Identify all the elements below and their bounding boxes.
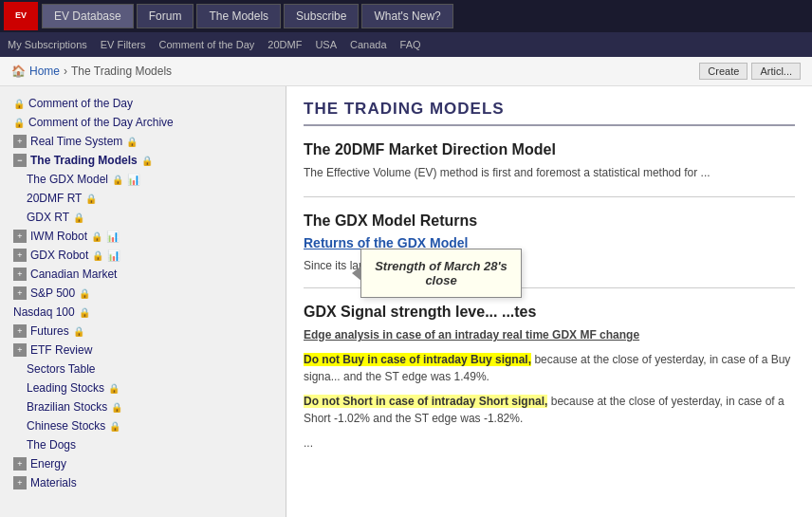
main-content: THE TRADING MODELS The 20DMF Market Dire… — [286, 86, 812, 517]
sidebar-label: Chinese Stocks — [27, 419, 105, 433]
sidebar-label: Energy — [30, 457, 66, 471]
sidebar-label: Brazilian Stocks — [27, 400, 107, 414]
do-not-short-line: Do not Short in case of intraday Short s… — [304, 393, 795, 427]
ellipsis-text: ... — [304, 434, 795, 452]
sidebar-label: IWM Robot — [30, 230, 87, 243]
expand-icon: + — [13, 343, 27, 357]
lock-icon: 🔒 — [13, 118, 25, 128]
subnav-comment-of-day[interactable]: Comment of the Day — [158, 39, 254, 50]
section-gdx-returns: The GDX Model Returns Returns of the GDX… — [304, 212, 795, 272]
nav-subscribe[interactable]: Subscribe — [284, 4, 359, 28]
logo: EV — [4, 2, 38, 30]
sidebar-item-trading-models[interactable]: − The Trading Models 🔒 — [0, 151, 286, 170]
sidebar-label: The Dogs — [27, 438, 76, 452]
sidebar-label: 20DMF RT — [27, 192, 82, 205]
lock-icon: 🔒 — [79, 288, 90, 299]
subnav-usa[interactable]: USA — [315, 39, 337, 50]
sidebar-item-gdx-robot[interactable]: + GDX Robot 🔒 📊 — [0, 246, 286, 265]
sidebar-item-etf-review[interactable]: + ETF Review — [0, 341, 286, 360]
subnav-my-subscriptions[interactable]: My Subscriptions — [8, 39, 87, 50]
nav-whats-new[interactable]: What's New? — [361, 4, 452, 28]
nav-ev-database[interactable]: EV Database — [42, 4, 134, 28]
callout-tooltip: Strength of March 28's close — [360, 249, 522, 298]
sidebar-item-real-time[interactable]: + Real Time System 🔒 — [0, 132, 286, 151]
section-20dmf: The 20DMF Market Direction Model The Eff… — [304, 141, 795, 181]
sidebar-item-iwm-robot[interactable]: + IWM Robot 🔒 📊 — [0, 227, 286, 246]
subnav-faq[interactable]: FAQ — [400, 39, 421, 50]
nav-models[interactable]: The Models — [196, 4, 281, 28]
lock-icon: 🔒 — [73, 326, 84, 337]
section-signal-heading: GDX Signal strength leve... ...tes — [304, 304, 795, 321]
sidebar-label: Futures — [30, 324, 69, 338]
sidebar-label: GDX Robot — [30, 249, 88, 262]
sidebar-item-materials[interactable]: + Materials — [0, 473, 286, 492]
divider1 — [304, 196, 795, 197]
sidebar-item-nasdaq100[interactable]: Nasdaq 100 🔒 — [0, 303, 286, 322]
main-layout: 🔒 Comment of the Day 🔒 Comment of the Da… — [0, 86, 812, 517]
sidebar-item-sp500[interactable]: + S&P 500 🔒 — [0, 284, 286, 303]
do-not-short-highlight: Do not Short in case of intraday Short s… — [304, 395, 547, 408]
chart-icon: 📊 — [127, 174, 140, 186]
sidebar-label: Comment of the Day Archive — [28, 116, 174, 129]
sidebar-item-brazilian-stocks[interactable]: Brazilian Stocks 🔒 — [0, 397, 286, 416]
breadcrumb-home[interactable]: Home — [29, 65, 60, 78]
subnav-ev-filters[interactable]: EV Filters — [101, 39, 146, 50]
sidebar-item-sectors-table[interactable]: Sectors Table — [0, 360, 286, 379]
lock-icon: 🔒 — [13, 99, 25, 109]
sidebar-item-comment-archive[interactable]: 🔒 Comment of the Day Archive — [0, 113, 286, 132]
sidebar-label: Materials — [30, 476, 77, 489]
chart-icon: 📊 — [106, 231, 120, 243]
create-button[interactable]: Create — [699, 63, 747, 80]
sidebar-label: The GDX Model — [27, 173, 108, 186]
lock-icon: 🔒 — [91, 231, 102, 242]
lock-icon: 🔒 — [73, 212, 84, 223]
home-icon: 🏠 — [11, 65, 26, 78]
sidebar-label: ETF Review — [30, 343, 92, 357]
lock-icon: 🔒 — [111, 402, 122, 413]
section-20dmf-text: The Effective Volume (EV) method is firs… — [304, 164, 795, 181]
logo-text: EV — [15, 11, 27, 21]
expand-icon: + — [13, 230, 27, 243]
section-gdx-signal: GDX Signal strength leve... ...tes Edge … — [304, 304, 795, 452]
expand-icon: + — [13, 476, 27, 489]
sidebar-label: The Trading Models — [30, 154, 138, 167]
lock-icon: 🔒 — [109, 421, 120, 432]
article-button[interactable]: Articl... — [751, 63, 801, 80]
lock-icon: 🔒 — [141, 156, 153, 166]
do-not-buy-line: Do not Buy in case of intraday Buy signa… — [304, 351, 795, 385]
nav-forum[interactable]: Forum — [137, 4, 194, 28]
sidebar-item-comment-of-day[interactable]: 🔒 Comment of the Day — [0, 94, 286, 113]
sidebar-item-canadian-market[interactable]: + Canadian Market — [0, 265, 286, 284]
lock-icon: 🔒 — [85, 194, 97, 204]
sidebar-item-gdx-model[interactable]: The GDX Model 🔒 📊 — [0, 170, 286, 189]
expand-icon: + — [13, 324, 27, 338]
sidebar-item-chinese-stocks[interactable]: Chinese Stocks 🔒 — [0, 416, 286, 435]
chart-icon: 📊 — [107, 249, 120, 262]
expand-icon: + — [13, 286, 27, 300]
subnav-canada[interactable]: Canada — [350, 39, 387, 50]
lock-icon: 🔒 — [108, 383, 120, 394]
sidebar-item-the-dogs[interactable]: The Dogs — [0, 435, 286, 454]
expand-icon: + — [13, 268, 27, 281]
sidebar-item-gdx-rt[interactable]: GDX RT 🔒 — [0, 208, 286, 227]
sidebar-label: Leading Stocks — [27, 381, 104, 395]
sidebar-item-leading-stocks[interactable]: Leading Stocks 🔒 — [0, 379, 286, 397]
breadcrumb-bar: 🏠 Home › The Trading Models Create Artic… — [0, 57, 812, 86]
sidebar-label: Comment of the Day — [28, 97, 133, 110]
sidebar-item-futures[interactable]: + Futures 🔒 — [0, 322, 286, 341]
callout-area: Since its launch in December 2011, as o … — [304, 258, 795, 272]
sidebar-label: Nasdaq 100 — [13, 305, 75, 319]
breadcrumb-current: The Trading Models — [71, 65, 172, 78]
top-navigation: EV EV Database Forum The Models Subscrib… — [0, 0, 812, 32]
sidebar-label: Sectors Table — [27, 362, 96, 376]
sidebar-label: GDX RT — [27, 211, 69, 224]
edge-label: Edge analysis in case of an intraday rea… — [304, 328, 639, 342]
breadcrumb-left: 🏠 Home › The Trading Models — [11, 65, 172, 78]
sidebar-item-energy[interactable]: + Energy — [0, 454, 286, 473]
sidebar-item-20dmf-rt[interactable]: 20DMF RT 🔒 — [0, 189, 286, 208]
expand-icon: + — [13, 249, 27, 262]
sub-navigation: My Subscriptions EV Filters Comment of t… — [0, 32, 812, 57]
subnav-20dmf[interactable]: 20DMF — [268, 39, 302, 50]
page-title: THE TRADING MODELS — [304, 100, 795, 126]
sidebar-label: Canadian Market — [30, 268, 117, 281]
